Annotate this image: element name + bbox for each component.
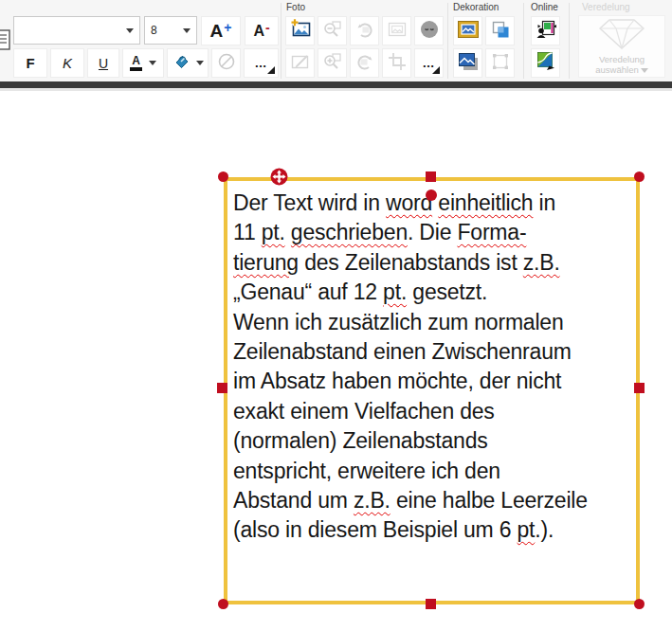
selected-text-frame[interactable]: Der Text wird in word einheitlich in11 p…	[224, 177, 640, 604]
edit-photo-icon	[289, 50, 312, 77]
text-line: „Genau“ auf 12 pt. gesetzt.	[233, 278, 634, 307]
font-smaller-label: A	[253, 23, 264, 40]
font-bigger-label: A	[210, 21, 224, 42]
separator	[523, 3, 524, 79]
increase-font-size-button[interactable]: A+	[201, 16, 241, 45]
font-family-select[interactable]	[13, 16, 140, 45]
decrease-font-size-button[interactable]: A-	[245, 16, 279, 45]
text-line: im Absatz haben möchte, der nicht	[233, 367, 634, 396]
font-color-icon: A	[130, 55, 142, 71]
online-slideshow-button[interactable]	[531, 16, 560, 45]
minus-icon: -	[265, 20, 270, 35]
underline-button[interactable]: U	[87, 48, 119, 78]
text-line: exakt einem Vielfachen des	[233, 397, 634, 426]
separator	[281, 3, 282, 79]
rotate-right-icon	[354, 18, 376, 45]
corner-triangle-icon	[267, 66, 275, 74]
textbox-text: Der Text wird in word einheitlich in11 p…	[233, 189, 634, 546]
text-options-icon[interactable]	[0, 27, 12, 56]
rotate-handle[interactable]	[426, 189, 437, 201]
overlap-order-button[interactable]	[485, 16, 515, 45]
add-photo-button[interactable]	[285, 16, 315, 45]
resize-handle-top-center[interactable]	[426, 171, 436, 182]
photo-shadow-icon	[457, 50, 480, 77]
framed-picture-icon	[456, 18, 481, 45]
resize-handle-top-right[interactable]	[634, 171, 645, 182]
hide-faces-button[interactable]	[414, 16, 444, 45]
toolbar-divider-bar	[0, 81, 672, 88]
rotate-left-icon	[354, 50, 376, 77]
italic-button[interactable]: K	[50, 48, 84, 78]
photo-frame-button	[382, 16, 411, 45]
photo-frame-icon	[386, 18, 409, 45]
online-section-label: Online	[531, 2, 558, 12]
resize-handle-middle-left[interactable]	[217, 383, 227, 393]
zoom-out-photo-button	[318, 16, 347, 45]
chevron-down-icon	[126, 28, 134, 33]
crop-icon	[386, 50, 409, 77]
move-handle[interactable]	[270, 168, 288, 186]
font-size-select[interactable]: 8	[144, 16, 197, 45]
resize-handle-middle-right[interactable]	[634, 383, 645, 393]
plus-icon: +	[224, 20, 231, 35]
sleepy-face-icon	[418, 18, 441, 45]
slash-circle-icon	[217, 52, 236, 75]
more-dots-icon: …	[255, 56, 268, 70]
border-frame-icon	[489, 50, 512, 77]
toolbar: 8 A+ A- F K U A	[0, 0, 672, 81]
add-photo-icon	[289, 18, 312, 45]
slideshow-person-icon	[535, 18, 557, 45]
resize-handle-bottom-right[interactable]	[634, 599, 645, 609]
map-arrow-icon	[535, 50, 557, 77]
resize-handle-bottom-left[interactable]	[218, 599, 228, 609]
text-line: entspricht, erweitere ich den	[233, 457, 634, 486]
chevron-down-icon	[183, 28, 191, 33]
veredelung-select-button: Veredelung auswählen	[578, 15, 665, 78]
border-button	[485, 48, 515, 78]
text-line: (also in diesem Beispiel um 6 pt.).	[233, 515, 634, 545]
text-line: Zeilenabstand einen Zwischenraum	[233, 337, 634, 367]
text-line: Wenn ich zusätzlich zum normalen	[233, 308, 634, 337]
text-line: 11 pt. geschrieben. Die Forma-	[233, 218, 634, 247]
text-line: tierung des Zeilenabstands ist z.B.	[233, 248, 634, 278]
separator	[447, 3, 448, 79]
online-map-button[interactable]	[531, 48, 560, 78]
passepartout-button[interactable]	[453, 16, 482, 45]
separator	[569, 3, 570, 79]
dekoration-section-label: Dekoration	[453, 2, 499, 12]
chevron-down-icon	[149, 61, 156, 65]
shadow-button[interactable]	[453, 48, 482, 78]
paint-bucket-icon	[173, 52, 191, 75]
rotate-right-button	[350, 16, 379, 45]
overlapping-squares-icon	[489, 18, 512, 45]
no-style-button	[211, 48, 241, 78]
bold-label: F	[26, 55, 34, 71]
font-color-button[interactable]: A	[122, 48, 164, 78]
chevron-down-icon	[196, 61, 204, 65]
text-line: Abstand um z.B. eine halbe Leerzeile	[233, 486, 634, 515]
diamond-icon	[596, 18, 647, 54]
italic-label: K	[63, 55, 72, 71]
underline-label: U	[99, 56, 108, 71]
text-line: (normalen) Zeilenabstands	[233, 426, 634, 456]
edit-photo-button	[285, 48, 315, 78]
move-arrows-icon	[270, 168, 288, 186]
zoom-in-photo-button	[318, 48, 347, 78]
zoom-out-photo-icon	[321, 18, 344, 45]
page-canvas[interactable]: Der Text wird in word einheitlich in11 p…	[0, 91, 672, 631]
crop-photo-button	[382, 48, 411, 78]
rotate-left-button	[350, 48, 379, 78]
corner-triangle-icon	[432, 66, 440, 74]
more-photo-options-button[interactable]: …	[414, 48, 444, 78]
resize-handle-top-left[interactable]	[218, 171, 228, 182]
fill-color-button[interactable]	[167, 48, 209, 78]
more-text-options-button[interactable]: …	[244, 48, 279, 78]
chevron-down-icon	[641, 68, 648, 73]
zoom-in-photo-icon	[321, 50, 344, 77]
resize-handle-bottom-center[interactable]	[426, 599, 436, 609]
veredelung-caption: Veredelung auswählen	[595, 54, 647, 75]
app-window: 8 A+ A- F K U A	[0, 0, 672, 631]
veredelung-section-label: Veredelung	[582, 2, 630, 12]
foto-section-label: Foto	[286, 2, 305, 12]
bold-button[interactable]: F	[13, 48, 47, 78]
